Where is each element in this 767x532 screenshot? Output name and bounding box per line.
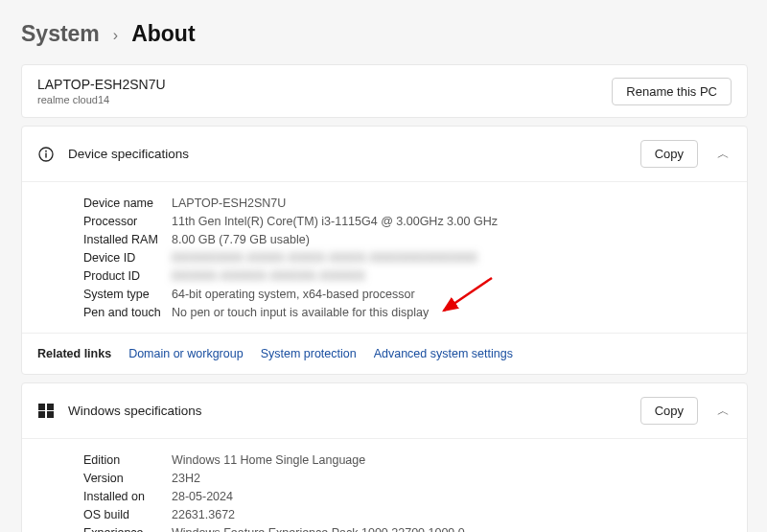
device-spec-header[interactable]: Device specifications Copy ︿ [22,127,747,182]
spec-value: Windows Feature Experience Pack 1000.227… [172,526,465,533]
spec-value-redacted: XXXXX-XXXXX-XXXXX-XXXXX [172,269,365,283]
spec-value: 64-bit operating system, x64-based proce… [172,288,415,301]
spec-value: 11th Gen Intel(R) Core(TM) i3-1115G4 @ 3… [172,215,498,228]
related-links-label: Related links [37,347,111,360]
link-domain-workgroup[interactable]: Domain or workgroup [128,347,244,360]
spec-value: 28-05-2024 [172,490,233,503]
page-title: About [131,21,195,47]
spec-key: Installed on [83,490,172,503]
svg-point-1 [45,150,47,151]
chevron-right-icon: › [113,27,118,44]
link-advanced-system-settings[interactable]: Advanced system settings [374,347,513,360]
spec-key: Experience [83,526,172,533]
spec-value: 8.00 GB (7.79 GB usable) [172,233,310,246]
spec-key: Edition [83,453,172,467]
pc-card: LAPTOP-ESH2SN7U realme cloud14 Rename th… [21,64,748,118]
spec-key: Installed RAM [83,233,172,246]
breadcrumb: System › About [21,21,748,47]
windows-spec-title: Windows specifications [68,404,627,418]
rename-pc-button[interactable]: Rename this PC [612,78,732,105]
spec-value: 23H2 [172,472,200,485]
spec-key: Pen and touch [83,306,172,319]
spec-key: Device name [83,197,172,210]
chevron-up-icon[interactable]: ︿ [715,146,732,163]
svg-rect-2 [45,152,46,157]
windows-spec-header[interactable]: Windows specifications Copy ︿ [22,383,747,439]
chevron-up-icon[interactable]: ︿ [715,403,732,420]
pc-model: realme cloud14 [37,94,166,105]
spec-value: 22631.3672 [172,508,235,521]
windows-spec-body: EditionWindows 11 Home Single Language V… [22,439,747,532]
link-system-protection[interactable]: System protection [261,347,357,360]
breadcrumb-parent[interactable]: System [21,21,100,47]
spec-value-redacted: XXXXXXXX-XXXX-XXXX-XXXX-XXXXXXXXXXXX [172,251,477,265]
copy-windows-spec-button[interactable]: Copy [640,397,698,425]
spec-key: Device ID [83,251,172,265]
related-links-bar: Related links Domain or workgroup System… [22,333,747,374]
device-spec-body: Device nameLAPTOP-ESH2SN7U Processor11th… [22,182,747,333]
spec-key: Version [83,472,172,485]
spec-key: Processor [83,215,172,228]
pc-name: LAPTOP-ESH2SN7U [37,77,166,92]
spec-key: OS build [83,508,172,521]
spec-key: Product ID [83,269,172,283]
device-spec-card: Device specifications Copy ︿ Device name… [21,126,748,375]
device-spec-title: Device specifications [68,147,627,161]
spec-key: System type [83,288,172,301]
info-icon [37,147,55,162]
windows-spec-card: Windows specifications Copy ︿ EditionWin… [21,382,748,532]
spec-value: Windows 11 Home Single Language [172,453,365,467]
spec-value: LAPTOP-ESH2SN7U [172,197,286,210]
copy-device-spec-button[interactable]: Copy [640,140,698,168]
windows-icon [37,404,55,419]
spec-value: No pen or touch input is available for t… [172,306,429,319]
